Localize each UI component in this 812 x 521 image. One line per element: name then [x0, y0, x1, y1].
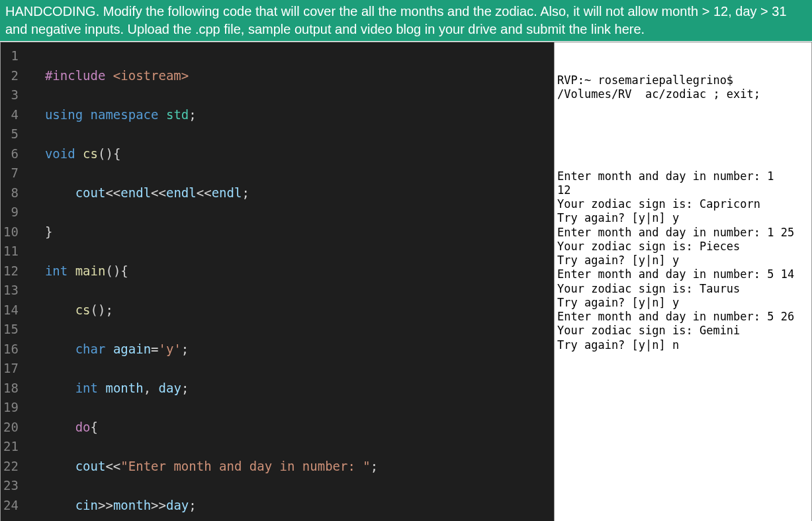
line-number: 2: [3, 66, 20, 86]
code-token: char: [75, 342, 106, 356]
line-number: 22: [3, 457, 20, 477]
code-token: cout: [75, 459, 106, 473]
code-token: month: [113, 498, 151, 512]
line-number: 8: [3, 183, 20, 203]
line-number: 15: [3, 320, 20, 340]
line-number: 17: [3, 359, 20, 379]
code-token: main: [75, 263, 106, 278]
code-token: "Enter month and day in number: ": [120, 459, 371, 473]
code-token: int: [45, 263, 68, 278]
code-token: namespace: [91, 107, 159, 122]
line-number: 11: [3, 242, 20, 261]
line-number: 1: [3, 46, 20, 66]
code-token: cin: [75, 498, 98, 512]
line-number: 23: [3, 476, 20, 496]
content-area: 123456789101112131415161718192021222324 …: [0, 42, 812, 521]
line-number: 19: [3, 398, 20, 418]
line-number: 18: [3, 379, 20, 399]
code-token: do: [75, 420, 91, 434]
code-token: day: [159, 381, 181, 395]
line-number: 6: [3, 144, 20, 164]
terminal-output[interactable]: RVP:~ rosemariepallegrino$ /Volumes/RV a…: [555, 42, 812, 521]
instruction-header: HANDCODING. Modify the following code th…: [0, 0, 812, 42]
line-number: 7: [3, 164, 20, 183]
line-number: 5: [3, 124, 20, 144]
line-number: 21: [3, 437, 20, 457]
line-number: 13: [3, 281, 20, 301]
code-token: #include: [45, 68, 106, 83]
code-token: cs: [83, 146, 98, 161]
line-gutter: 123456789101112131415161718192021222324: [1, 46, 29, 521]
code-content[interactable]: #include <iostream> using namespace std;…: [29, 46, 554, 521]
line-number: 14: [3, 301, 20, 320]
code-token: endl: [166, 185, 197, 200]
code-token: <iostream>: [105, 68, 189, 83]
line-number: 16: [3, 340, 20, 359]
line-number: 3: [3, 85, 20, 105]
line-number: 4: [3, 105, 20, 125]
code-token: again: [113, 342, 151, 356]
code-token: day: [166, 498, 189, 512]
code-token: cout: [75, 185, 106, 200]
code-token: endl: [120, 185, 151, 200]
code-token: using: [45, 107, 83, 122]
terminal-session-output: Enter month and day in number: 1 12 Your…: [557, 169, 809, 352]
code-token: std: [166, 107, 189, 122]
code-token: month: [105, 381, 143, 395]
code-token: 'y': [159, 342, 181, 356]
code-token: void: [45, 146, 75, 161]
terminal-prompt-line: RVP:~ rosemariepallegrino$ /Volumes/RV a…: [557, 73, 809, 102]
line-number: 20: [3, 418, 20, 438]
code-editor[interactable]: 123456789101112131415161718192021222324 …: [0, 42, 555, 521]
instruction-text: HANDCODING. Modify the following code th…: [5, 4, 787, 36]
line-number: 9: [3, 203, 20, 222]
line-number: 10: [3, 222, 20, 242]
code-token: cs: [75, 303, 91, 317]
code-token: int: [75, 381, 98, 395]
line-number: 12: [3, 261, 20, 281]
code-token: endl: [212, 185, 242, 200]
line-number: 24: [3, 496, 20, 516]
